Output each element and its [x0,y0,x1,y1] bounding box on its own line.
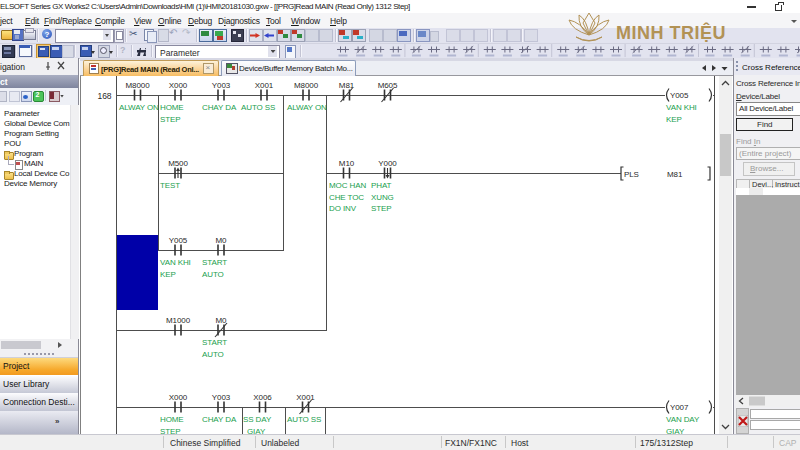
svg-text:M81: M81 [667,170,683,179]
svg-text:Y007: Y007 [670,403,689,412]
svg-text:ALWAY ON: ALWAY ON [119,103,159,112]
svg-text:GIAY: GIAY [666,427,685,435]
svg-text:M0: M0 [216,236,228,245]
svg-text:DO INV: DO INV [329,204,357,213]
svg-text:PLS: PLS [624,170,639,179]
svg-text:M605: M605 [378,81,398,90]
svg-text:MINH TRIỆU: MINH TRIỆU [616,22,726,43]
svg-text:M0: M0 [216,316,228,325]
svg-text:XUNG: XUNG [371,193,394,202]
svg-text:HOME: HOME [160,415,184,424]
svg-text:HOME: HOME [160,103,184,112]
svg-text:START: START [202,338,227,347]
svg-text:M8000: M8000 [294,81,319,90]
svg-text:Y005: Y005 [169,236,188,245]
svg-text:GIAY: GIAY [247,427,266,435]
svg-text:Y003: Y003 [212,393,231,402]
svg-text:STEP: STEP [160,427,181,435]
svg-text:CHAY DA: CHAY DA [202,103,237,112]
svg-text:PHAT: PHAT [371,181,392,190]
svg-text:Y000: Y000 [378,159,397,168]
svg-text:X006: X006 [253,393,272,402]
svg-text:KEP: KEP [160,270,176,279]
svg-text:M81: M81 [339,81,355,90]
svg-text:168: 168 [98,91,112,101]
svg-text:STEP: STEP [371,204,392,213]
svg-text:X001: X001 [255,81,274,90]
svg-text:M8000: M8000 [126,81,151,90]
svg-text:STEP: STEP [160,115,181,124]
svg-text:MOC HAN: MOC HAN [329,181,366,190]
svg-text:VAN DAY: VAN DAY [666,415,700,424]
svg-text:VAN KHI: VAN KHI [160,258,191,267]
svg-text:AUTO: AUTO [202,350,224,359]
svg-text:X001: X001 [296,393,315,402]
svg-text:M1000: M1000 [166,316,191,325]
svg-text:SS DAY: SS DAY [243,415,272,424]
svg-text:CHE TOC: CHE TOC [329,193,364,202]
svg-text:START: START [202,258,227,267]
svg-text:AUTO SS: AUTO SS [241,103,275,112]
svg-text:X000: X000 [169,393,188,402]
svg-text:KEP: KEP [666,115,682,124]
svg-text:VAN KHI: VAN KHI [666,103,697,112]
svg-text:Y003: Y003 [212,81,231,90]
svg-text:X000: X000 [169,81,188,90]
svg-text:M500: M500 [168,159,188,168]
svg-text:TEST: TEST [160,181,180,190]
svg-text:ALWAY ON: ALWAY ON [287,103,327,112]
svg-text:M10: M10 [339,159,355,168]
svg-text:AUTO SS: AUTO SS [287,415,321,424]
svg-text:Y005: Y005 [670,91,689,100]
svg-text:AUTO: AUTO [202,270,224,279]
svg-text:CHAY DA: CHAY DA [202,415,237,424]
